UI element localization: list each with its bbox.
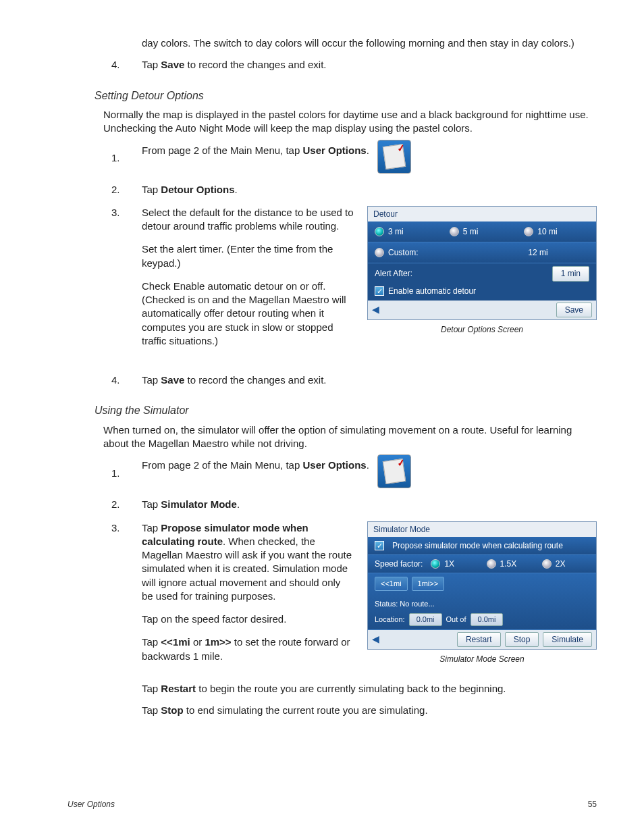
detour-10mi-option[interactable]: 10 mi	[524, 226, 589, 237]
detour-5mi-option[interactable]: 5 mi	[450, 226, 515, 237]
restart-button[interactable]: Restart	[457, 632, 501, 647]
checkbox-icon: ✓	[375, 286, 384, 296]
step-number: 2.	[111, 183, 142, 197]
radio-icon	[431, 559, 440, 569]
speed-factor-row: Speed factor: 1X 1.5X 2X	[368, 555, 596, 573]
detour-window-title: Detour	[368, 207, 596, 221]
stop-button[interactable]: Stop	[505, 632, 539, 647]
sim-step-3-restart: Tap Restart to begin the route you are c…	[142, 682, 597, 696]
radio-icon	[375, 227, 384, 236]
speed-1x-option[interactable]: 1X	[431, 558, 478, 569]
simulate-button[interactable]: Simulate	[543, 632, 592, 647]
radio-icon	[542, 559, 552, 569]
detour-3mi-option[interactable]: 3 mi	[375, 226, 440, 237]
detour-step-4: 4. Tap Save to record the changes and ex…	[111, 373, 597, 387]
step-number: 4.	[111, 58, 142, 72]
sim-step-1: 1. From page 2 of the Main Menu, tap Use…	[111, 459, 597, 488]
simulator-screenshot-container: Simulator Mode ✓ Propose simulator mode …	[367, 521, 597, 664]
footer-section: User Options	[68, 799, 115, 810]
detour-custom-option[interactable]: Custom:	[375, 247, 477, 258]
continuation-paragraph: day colors. The switch to day colors wil…	[142, 36, 597, 50]
radio-icon	[524, 227, 533, 236]
location-value-1: 0.0mi	[409, 613, 442, 626]
section-title-simulator: Using the Simulator	[95, 403, 597, 418]
location-label: Location:	[375, 615, 405, 625]
step-number: 4.	[111, 373, 142, 387]
page-number: 55	[588, 799, 597, 810]
simulator-body: When turned on, the simulator will offer…	[103, 423, 597, 451]
speed-1.5x-option[interactable]: 1.5X	[487, 558, 534, 569]
propose-row[interactable]: ✓ Propose simulator mode when calculatin…	[368, 537, 596, 555]
alert-after-row: Alert After: 1 min	[368, 263, 596, 284]
radio-icon	[375, 248, 384, 257]
fwd-1mi-button[interactable]: 1mi>>	[412, 577, 445, 591]
detour-body: Normally the map is displayed in the pas…	[103, 108, 597, 136]
step-number: 3.	[111, 521, 142, 535]
detour-custom-row: Custom: 12 mi	[368, 242, 596, 263]
sim-step-2: 2. Tap Simulator Mode.	[111, 498, 597, 511]
detour-step-1: 1. From page 2 of the Main Menu, tap Use…	[111, 144, 597, 174]
back-arrow-icon[interactable]: ◀	[372, 633, 379, 646]
step-number: 1.	[111, 151, 142, 165]
sim-caption: Simulator Mode Screen	[367, 654, 597, 664]
detour-screenshot: Detour 3 mi 5 mi 10 mi Custom: 12 mi Ale…	[367, 206, 597, 320]
sim-step-3: 3. Tap Propose simulator mode when calcu…	[111, 521, 354, 673]
step-number: 1.	[111, 467, 142, 480]
back-1mi-button[interactable]: <<1mi	[375, 577, 408, 591]
enable-auto-detour-row[interactable]: ✓ Enable automatic detour	[368, 284, 596, 301]
detour-screenshot-container: Detour 3 mi 5 mi 10 mi Custom: 12 mi Ale…	[367, 206, 597, 335]
simulator-screenshot: Simulator Mode ✓ Propose simulator mode …	[367, 521, 597, 650]
step-number: 2.	[111, 498, 142, 511]
detour-caption: Detour Options Screen	[367, 324, 597, 335]
sim-step-3-stop: Tap Stop to end simulating the current r…	[142, 704, 597, 717]
speed-2x-option[interactable]: 2X	[542, 558, 589, 569]
alert-label: Alert After:	[375, 268, 412, 279]
detour-custom-value[interactable]: 12 mi	[487, 247, 589, 258]
status-label: Status: No route...	[375, 599, 589, 609]
detour-bottom-bar: ◀ Save	[368, 301, 596, 319]
prior-step-4: 4. Tap Save to record the changes and ex…	[111, 58, 597, 72]
save-button[interactable]: Save	[556, 303, 592, 317]
page-footer: User Options 55	[68, 799, 597, 810]
detour-distance-row: 3 mi 5 mi 10 mi	[368, 221, 596, 242]
radio-icon	[450, 227, 459, 236]
back-arrow-icon[interactable]: ◀	[372, 303, 379, 316]
detour-step-2: 2. Tap Detour Options.	[111, 183, 597, 197]
detour-step-3: 3. Select the default for the distance t…	[111, 206, 354, 357]
sim-window-title: Simulator Mode	[368, 522, 596, 537]
user-options-icon	[377, 140, 411, 174]
step-number: 3.	[111, 206, 142, 219]
radio-icon	[487, 559, 496, 569]
checkbox-icon: ✓	[375, 541, 384, 550]
sim-bottom-bar: ◀ Restart Stop Simulate	[368, 630, 596, 649]
alert-value-button[interactable]: 1 min	[552, 266, 589, 281]
section-title-detour: Setting Detour Options	[95, 88, 597, 103]
location-value-2: 0.0mi	[471, 613, 504, 626]
user-options-icon	[377, 454, 411, 488]
nav-buttons-row: <<1mi 1mi>> Status: No route... Location…	[368, 573, 596, 630]
